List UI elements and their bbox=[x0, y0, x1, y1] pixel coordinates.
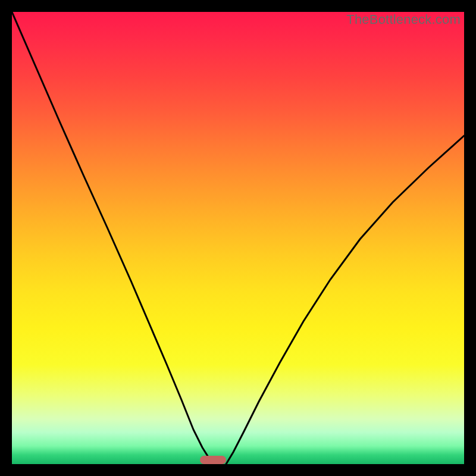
bottleneck-curve bbox=[12, 12, 464, 464]
watermark-text: TheBottleneck.com bbox=[346, 12, 461, 27]
optimal-point-marker bbox=[200, 456, 226, 464]
chart-frame: TheBottleneck.com bbox=[12, 12, 464, 464]
